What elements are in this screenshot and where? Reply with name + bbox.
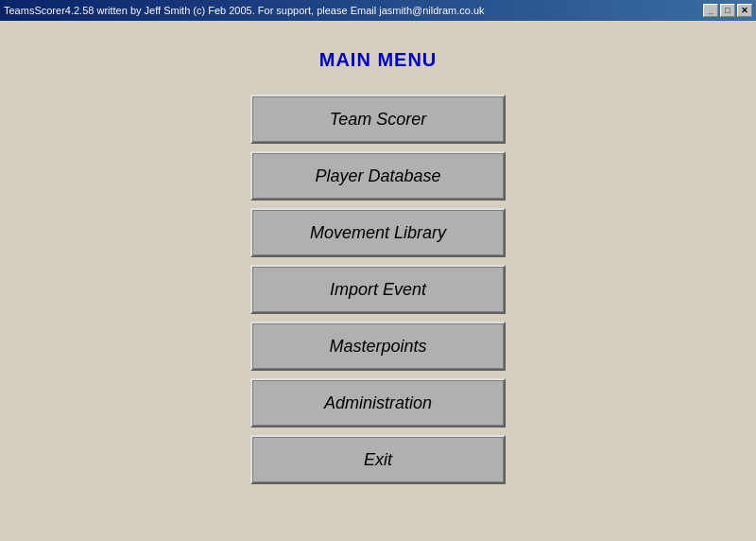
title-bar-text: TeamsScorer4.2.58 written by Jeff Smith … xyxy=(4,5,485,16)
title-bar: TeamsScorer4.2.58 written by Jeff Smith … xyxy=(0,0,756,21)
main-content: MAIN MENU Team Scorer Player Database Mo… xyxy=(0,21,756,541)
main-title: MAIN MENU xyxy=(319,49,438,71)
team-scorer-button[interactable]: Team Scorer xyxy=(250,95,506,144)
title-bar-controls: _ □ ✕ xyxy=(703,4,752,17)
administration-button[interactable]: Administration xyxy=(250,378,506,428)
maximize-button[interactable]: □ xyxy=(720,4,735,17)
exit-button[interactable]: Exit xyxy=(250,435,506,484)
movement-library-button[interactable]: Movement Library xyxy=(250,208,506,257)
close-button[interactable]: ✕ xyxy=(737,4,752,17)
player-database-button[interactable]: Player Database xyxy=(250,151,506,201)
import-event-button[interactable]: Import Event xyxy=(250,265,506,314)
masterpoints-button[interactable]: Masterpoints xyxy=(250,322,506,371)
minimize-button[interactable]: _ xyxy=(703,4,718,17)
